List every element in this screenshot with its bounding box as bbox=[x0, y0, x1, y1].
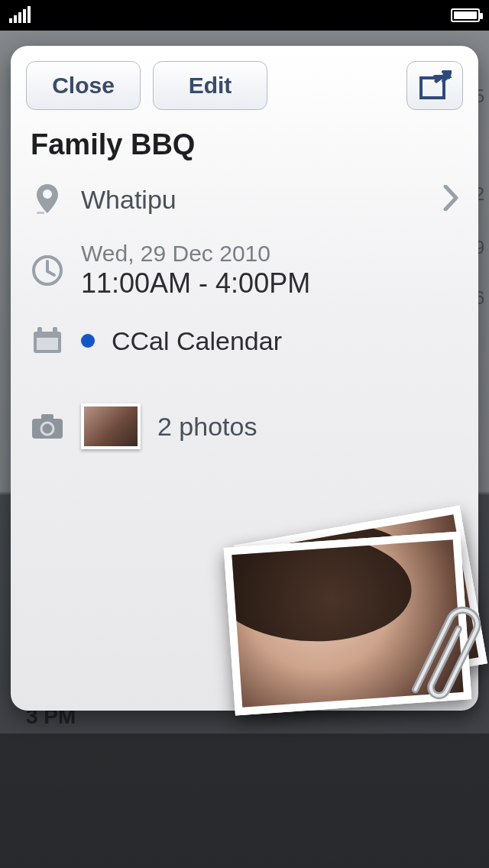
status-bar bbox=[0, 0, 489, 31]
event-date: Wed, 29 Dec 2010 bbox=[81, 241, 310, 266]
photos-row[interactable]: 2 photos bbox=[26, 391, 463, 462]
location-row[interactable]: Whatipu bbox=[26, 170, 463, 228]
modal-toolbar: Close Edit bbox=[26, 61, 463, 110]
event-detail-modal: Close Edit Family BBQ Whatipu Wed, 29 De… bbox=[11, 46, 478, 711]
svg-rect-1 bbox=[37, 212, 44, 214]
map-pin-icon bbox=[31, 183, 64, 216]
datetime-row: Wed, 29 Dec 2010 11:00AM - 4:00PM bbox=[26, 228, 463, 312]
chevron-right-icon bbox=[443, 185, 458, 214]
event-location: Whatipu bbox=[81, 185, 176, 215]
svg-rect-0 bbox=[421, 78, 444, 98]
svg-rect-6 bbox=[37, 338, 58, 350]
clock-icon bbox=[31, 254, 64, 287]
signal-icon bbox=[9, 8, 31, 23]
calendar-color-dot bbox=[81, 334, 95, 348]
camera-icon bbox=[31, 410, 64, 443]
svg-rect-5 bbox=[53, 327, 57, 335]
svg-rect-8 bbox=[41, 414, 53, 420]
event-title: Family BBQ bbox=[31, 128, 458, 161]
photos-count: 2 photos bbox=[157, 412, 257, 442]
close-button[interactable]: Close bbox=[26, 61, 141, 110]
svg-rect-4 bbox=[37, 327, 42, 335]
photo-stack[interactable] bbox=[223, 520, 483, 718]
calendar-icon bbox=[31, 324, 64, 358]
calendar-row[interactable]: CCal Calendar bbox=[26, 312, 463, 370]
calendar-name: CCal Calendar bbox=[112, 326, 282, 356]
battery-icon bbox=[451, 8, 480, 22]
share-icon bbox=[418, 70, 452, 101]
edit-button[interactable]: Edit bbox=[153, 61, 267, 110]
event-time-range: 11:00AM - 4:00PM bbox=[81, 267, 310, 300]
share-button[interactable] bbox=[406, 61, 463, 110]
photo-thumbnail bbox=[81, 403, 141, 449]
